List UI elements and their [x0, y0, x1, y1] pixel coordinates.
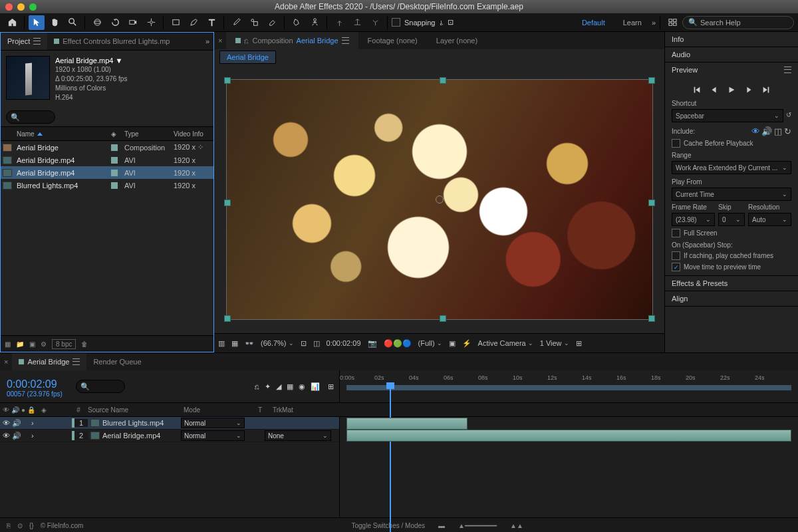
snap-grid-icon[interactable]: ⊡ — [448, 18, 454, 27]
project-item[interactable]: Blurred Lights.mp4AVI1920 x — [1, 179, 213, 192]
grid-toggle-icon[interactable]: ▦ — [231, 339, 238, 348]
timeline-layer-row[interactable]: 👁🔊›2Aerial Bridge.mp4Normal⌄None⌄ — [0, 430, 339, 442]
shytoggle-icon[interactable]: ◢ — [276, 382, 281, 391]
last-frame-button[interactable] — [761, 85, 771, 96]
expand-icon[interactable]: ⎘ — [7, 522, 11, 529]
color-depth-button[interactable]: 8 bpc — [52, 339, 76, 349]
toggle-switches-button[interactable]: Toggle Switches / Modes — [351, 522, 425, 529]
rotation-tool[interactable] — [107, 15, 123, 30]
resolution-dropdown[interactable]: (Full)⌄ — [418, 339, 442, 347]
timeline-layer-list[interactable]: 👁🔊›1Blurred Lights.mp4Normal⌄👁🔊›2Aerial … — [0, 417, 340, 517]
project-item[interactable]: Aerial BridgeComposition1920 x ⁘ — [1, 141, 213, 154]
layer-bar[interactable] — [346, 418, 467, 430]
label-swatch[interactable] — [111, 182, 118, 189]
project-item[interactable]: Aerial Bridge.mp4AVI1920 x — [1, 154, 213, 166]
draft3d-icon[interactable]: ✦ — [265, 382, 271, 391]
effect-controls-tab[interactable]: Effect Controls Blurred Lights.mp — [47, 33, 176, 50]
transform-icon[interactable]: ⊙ — [17, 522, 23, 529]
pen-tool[interactable] — [186, 15, 201, 30]
proj-settings-icon[interactable]: ⚙ — [41, 340, 47, 348]
include-overlay-icon[interactable]: ◫ — [774, 126, 782, 136]
snap-icon[interactable]: ⫰ — [440, 19, 444, 27]
project-tab[interactable]: Project — [1, 33, 47, 50]
brackets-icon[interactable]: {} — [29, 522, 34, 529]
layer-tab[interactable]: Layer (none) — [427, 32, 487, 49]
render-queue-tab[interactable]: Render Queue — [86, 353, 148, 370]
workspace-default[interactable]: Default — [582, 19, 605, 27]
timeline-comp-tab[interactable]: Aerial Bridge — [12, 353, 86, 370]
audio-toggle[interactable]: 🔊 — [12, 419, 21, 428]
workspace-overflow-icon[interactable]: » — [652, 19, 656, 27]
trash-icon[interactable]: 🗑 — [81, 340, 88, 348]
switches-icon[interactable]: ⊞ — [328, 382, 334, 391]
blend-mode-dropdown[interactable]: Normal⌄ — [181, 430, 245, 441]
snapping-toggle[interactable]: Snapping ⫰ ⊡ — [392, 18, 454, 27]
timeline-track-area[interactable] — [340, 417, 798, 517]
local-axis-icon[interactable] — [331, 15, 347, 30]
comp-flowchart-icon[interactable]: ⎌ — [255, 382, 259, 390]
visibility-toggle[interactable]: 👁 — [3, 419, 10, 428]
reset-icon[interactable]: ↺ — [786, 111, 791, 118]
search-help-input[interactable]: 🔍 Search Help — [682, 16, 794, 29]
panel-menu-icon[interactable] — [784, 66, 791, 73]
fast-preview-icon[interactable]: ⚡ — [462, 339, 471, 348]
panel-menu-icon[interactable] — [72, 358, 80, 365]
zoom-tool[interactable] — [65, 15, 80, 30]
timeline-current-time[interactable]: 0:00:02:09 — [0, 376, 69, 390]
audio-toggle[interactable]: 🔊 — [12, 432, 21, 440]
resolution-icon[interactable]: ⊡ — [301, 339, 307, 348]
align-panel-header[interactable]: Align — [665, 291, 798, 306]
workspace-learn[interactable]: Learn — [623, 19, 642, 27]
visibility-toggle[interactable]: 👁 — [3, 432, 10, 440]
zoom-out-icon[interactable]: ▬ — [438, 522, 445, 529]
play-button[interactable] — [727, 85, 736, 96]
zoom-dropdown[interactable]: (66.7%)⌄ — [261, 339, 294, 347]
label-swatch[interactable] — [111, 144, 118, 151]
project-item[interactable]: Aerial Bridge.mp4AVI1920 x — [1, 166, 213, 179]
rectangle-tool[interactable] — [168, 15, 184, 30]
interpret-footage-icon[interactable]: ▦ — [5, 340, 11, 348]
framerate-dropdown[interactable]: (23.98)⌄ — [672, 213, 715, 226]
shortcut-dropdown[interactable]: Spacebar⌄ — [672, 109, 783, 122]
onstop-move-checkbox[interactable]: ✓Move time to preview time — [672, 263, 791, 271]
brush-tool[interactable] — [228, 15, 244, 30]
composition-viewer[interactable] — [226, 79, 653, 320]
channel-icon[interactable]: 🔴🟢🔵 — [384, 339, 412, 348]
project-search-input[interactable]: 🔍 — [6, 110, 55, 124]
puppet-tool[interactable] — [307, 15, 323, 30]
graph-icon[interactable]: 📊 — [311, 382, 320, 391]
next-frame-button[interactable] — [744, 85, 753, 96]
include-video-icon[interactable]: 👁 — [751, 126, 760, 136]
view-axis-icon[interactable] — [367, 15, 383, 30]
home-button[interactable] — [4, 15, 20, 30]
alpha-toggle-icon[interactable]: ▥ — [218, 339, 225, 348]
eraser-tool[interactable] — [264, 15, 280, 30]
include-audio-icon[interactable]: 🔊 — [761, 126, 772, 136]
timeline-layer-row[interactable]: 👁🔊›1Blurred Lights.mp4Normal⌄ — [0, 417, 339, 430]
panel-menu-icon[interactable] — [33, 38, 41, 45]
flowchart-icon[interactable]: ⎌ — [244, 37, 249, 45]
text-tool[interactable] — [203, 15, 219, 30]
frameblend-icon[interactable]: ▦ — [287, 382, 293, 391]
new-folder-icon[interactable]: 📁 — [16, 340, 24, 348]
preview-panel-header[interactable]: Preview — [665, 63, 798, 77]
camera-dropdown[interactable]: Active Camera⌄ — [478, 339, 533, 347]
timeline-ruler[interactable]: 0:00s02s04s06s08s10s12s14s16s18s20s22s24… — [340, 370, 798, 403]
fullscreen-checkbox[interactable]: Full Screen — [672, 229, 791, 237]
prev-frame-button[interactable] — [710, 85, 719, 96]
footage-tab[interactable]: Footage (none) — [358, 32, 427, 49]
blend-mode-dropdown[interactable]: Normal⌄ — [181, 418, 245, 428]
zoom-in-icon[interactable]: ▲▲ — [510, 522, 523, 529]
mask-toggle-icon[interactable]: 👓 — [245, 339, 254, 348]
effects-presets-header[interactable]: Effects & Presets — [665, 276, 798, 291]
label-swatch[interactable] — [111, 157, 118, 164]
skip-dropdown[interactable]: 0⌄ — [718, 213, 745, 226]
snapshot-icon[interactable]: 📷 — [368, 339, 377, 348]
motionblur-icon[interactable]: ◉ — [299, 382, 305, 391]
hand-tool[interactable] — [47, 15, 63, 30]
project-column-header[interactable]: Name ◈ Type Video Info — [1, 126, 213, 141]
resolution-dropdown[interactable]: Auto⌄ — [748, 213, 791, 226]
project-item-list[interactable]: Aerial BridgeComposition1920 x ⁘Aerial B… — [1, 141, 213, 335]
info-panel-header[interactable]: Info — [665, 32, 798, 47]
anchor-tool[interactable] — [143, 15, 159, 30]
